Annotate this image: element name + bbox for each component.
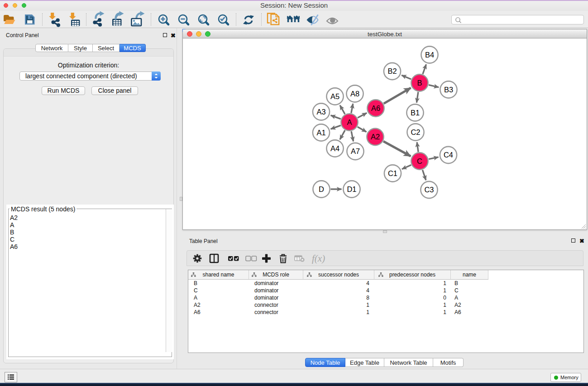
svg-text:B: B (417, 79, 422, 87)
svg-text:A1: A1 (316, 129, 325, 137)
svg-text:B1: B1 (411, 109, 420, 117)
svg-text:D: D (319, 185, 324, 193)
svg-text:A: A (347, 118, 352, 126)
svg-text:C3: C3 (424, 186, 434, 194)
svg-text:C1: C1 (388, 169, 397, 177)
svg-text:B4: B4 (425, 51, 434, 59)
svg-text:C4: C4 (444, 151, 453, 159)
svg-text:A3: A3 (316, 108, 325, 116)
svg-text:C: C (417, 157, 422, 165)
svg-text:C2: C2 (411, 128, 420, 136)
svg-text:A2: A2 (371, 133, 380, 141)
svg-text:A5: A5 (330, 92, 339, 100)
svg-text:A4: A4 (330, 144, 339, 152)
svg-text:D1: D1 (347, 185, 356, 193)
svg-text:A8: A8 (350, 90, 359, 98)
svg-text:B2: B2 (387, 67, 397, 75)
svg-text:A7: A7 (351, 147, 360, 155)
svg-text:B3: B3 (444, 86, 453, 94)
svg-text:A6: A6 (371, 104, 380, 112)
svg-text:f(x): f(x) (312, 253, 325, 264)
